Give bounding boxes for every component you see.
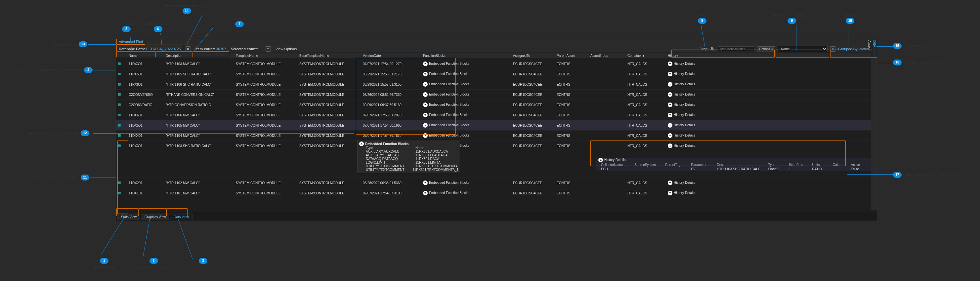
chevron-down-icon[interactable] [423, 92, 428, 97]
chevron-down-icon[interactable] [423, 113, 428, 117]
col-functionblocks[interactable]: FunctionBlocks [421, 54, 511, 57]
col-versiondate[interactable]: VersionDate [361, 54, 421, 57]
table-row[interactable]: 11RX601"HTR 1106 SHC RATIO CALC"SYSTEM:C… [116, 79, 871, 90]
entity-icon [118, 181, 121, 184]
db-path-value: ECU-ECN_20220725 [146, 47, 181, 51]
chevron-down-icon[interactable] [668, 123, 672, 128]
chevron-down-icon[interactable] [668, 72, 672, 76]
tab-data[interactable]: Data View [170, 214, 192, 220]
chevron-down-icon[interactable] [668, 103, 672, 107]
topbar: Advanced Find [116, 38, 871, 45]
entity-icon [118, 114, 121, 116]
col-parentasset[interactable]: ParentAsset [555, 54, 589, 57]
filter-column-select[interactable]: Name [778, 46, 827, 52]
filter-options-button[interactable]: Options ▾ [757, 46, 775, 52]
col-alarmgroup[interactable]: AlarmGroup [589, 54, 625, 57]
entity-icon [118, 83, 121, 86]
group-by-label[interactable]: Grouped By: None [838, 47, 868, 51]
entity-icon [118, 62, 121, 65]
bottom-tabs: Stats View Graphics View Data View [116, 211, 877, 220]
table-row[interactable]: 11DX501"HTR 1105 MW CALC"SYSTEM:CONTROLM… [116, 120, 871, 130]
chevron-down-icon[interactable] [668, 92, 672, 97]
db-path-label: Database Path: [119, 47, 145, 51]
history-expansion: History DetailsCollectorNameSourceSystem… [116, 151, 871, 178]
item-count-value: 30767 [216, 47, 226, 51]
tab-stats[interactable]: Stats View [118, 214, 140, 220]
selected-count-value: 1 [259, 47, 261, 51]
chevron-down-icon[interactable] [668, 181, 672, 185]
col-assigned[interactable]: AssignedTo [511, 54, 555, 57]
table-row[interactable]: C2CONVERSIO"ETHANE CONVERSION CALC"SYSTE… [116, 90, 871, 100]
filter-label: Filter: [698, 47, 708, 51]
chevron-down-icon[interactable] [423, 103, 428, 107]
app-window: Advanced Find Database Path: ECU-ECN_202… [116, 38, 877, 221]
table-row[interactable]: 11DX101"HTR 1101 MW CALC"SYSTEM:CONTROLM… [116, 188, 871, 198]
view-options-link[interactable]: View Options [275, 47, 297, 51]
table-row[interactable]: 11RX501"HTR 1105 SHC RATIO CALC"SYSTEM:C… [116, 69, 871, 79]
entity-icon [118, 124, 121, 127]
manifest-view-button[interactable]: ▦ [186, 46, 191, 52]
entity-icon [118, 144, 121, 147]
chevron-down-icon[interactable] [423, 82, 428, 87]
chevron-down-icon [598, 158, 603, 162]
chevron-down-icon[interactable] [423, 133, 428, 138]
col-name[interactable]: Name [127, 54, 164, 57]
filter-input[interactable] [718, 46, 754, 52]
chevron-down-icon[interactable] [668, 82, 672, 87]
chevron-down-icon[interactable] [668, 143, 672, 148]
item-count-label: Item count: [196, 47, 215, 51]
chevron-down-icon[interactable] [423, 62, 428, 66]
entity-icon [118, 192, 121, 194]
chevron-down-icon[interactable] [668, 62, 672, 66]
table-row[interactable]: C2CONVRATIO"HTR CONVERSION RATIO C"SYSTE… [116, 100, 871, 110]
chevron-down-icon[interactable] [423, 181, 428, 185]
options-toggle[interactable]: ▾ [266, 46, 271, 52]
tab-graphics[interactable]: Graphics View [141, 214, 169, 220]
entity-icon [118, 134, 121, 137]
col-container[interactable]: Container ▾ [625, 54, 666, 57]
search-icon: 🔍 [710, 47, 715, 51]
chevron-down-icon[interactable] [423, 72, 428, 76]
col-basetemplate[interactable]: BaseTemplateName [298, 54, 361, 57]
side-tabs: DSA Assets [871, 38, 877, 210]
history-details-panel: History DetailsCollectorNameSourceSystem… [597, 158, 871, 171]
chevron-down-icon [359, 141, 364, 146]
function-blocks-tooltip: Embedded Function BlocksTypeNameAUXILIAR… [358, 140, 460, 173]
grid-header: Name Description TemplateName BaseTempla… [116, 53, 871, 59]
chevron-down-icon[interactable] [668, 191, 672, 195]
table-row[interactable]: 11DX601"HTR 1106 MW CALC"SYSTEM:CONTROLM… [116, 110, 871, 120]
entity-icon [118, 73, 121, 75]
filter-bar: Filter: 🔍 Options ▾ Name ↻ Grouped By: N… [698, 45, 868, 52]
advanced-find-link[interactable]: Advanced Find [119, 40, 143, 44]
col-history[interactable]: History [666, 54, 871, 57]
chevron-down-icon[interactable] [668, 133, 672, 138]
table-row[interactable]: 11RX301"HTR 1103 SHC RATIO CALC"SYSTEM:C… [116, 141, 871, 151]
group-refresh-icon[interactable]: ↻ [830, 46, 835, 52]
chevron-down-icon[interactable] [668, 113, 672, 117]
col-template[interactable]: TemplateName [234, 54, 298, 57]
entity-icon [118, 103, 121, 106]
chevron-down-icon[interactable] [423, 123, 428, 128]
entity-icon [118, 93, 121, 96]
main-pane: Advanced Find Database Path: ECU-ECN_202… [116, 38, 871, 210]
col-desc[interactable]: Description [164, 54, 234, 57]
table-row[interactable]: 11DX401"HTR 1104 MW CALC"SYSTEM:CONTROLM… [116, 130, 871, 141]
tab-assets[interactable]: Assets [867, 38, 872, 210]
grid-body[interactable]: 11DX301"HTR 1103 MW CALC"SYSTEM:CONTROLM… [116, 59, 871, 210]
table-row[interactable]: 11DX301"HTR 1103 MW CALC"SYSTEM:CONTROLM… [116, 59, 871, 69]
selected-count-label: Selected count: [231, 47, 258, 51]
tab-dsa[interactable]: DSA [872, 38, 877, 210]
chevron-down-icon[interactable] [423, 191, 428, 195]
table-row[interactable]: 11DX201"HTR 1102 MW CALC"SYSTEM:CONTROLM… [116, 178, 871, 188]
infobar: Database Path: ECU-ECN_20220725 ▦ Item c… [116, 45, 871, 53]
